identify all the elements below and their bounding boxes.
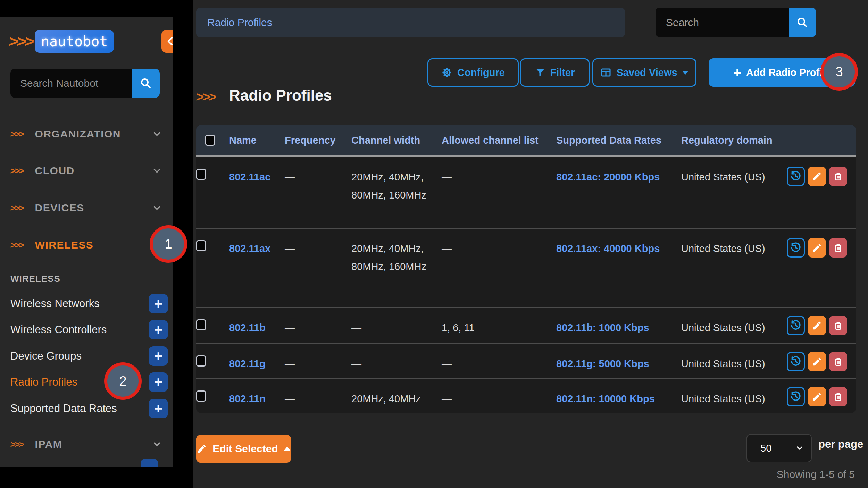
cell-regulatory-domain: United States (US) [681, 355, 765, 373]
sidebar-search-input[interactable] [10, 69, 132, 98]
section-chevrons-icon: >>> [10, 240, 24, 251]
column-header-channel-width[interactable]: Channel width [351, 135, 420, 146]
edit-selected-button[interactable]: Edit Selected [196, 435, 291, 463]
nautobot-logo-text: nautobot [41, 33, 108, 49]
annotation-circle-2: 2 [104, 362, 142, 400]
changelog-button[interactable] [787, 352, 805, 371]
table-row: 802.11ax — 20MHz, 40MHz, 80MHz, 160MHz —… [196, 228, 856, 307]
add-radio-profile-label: Add Radio Profile [746, 67, 831, 78]
supported-data-rate-link[interactable]: 802.11ax: 40000 Kbps [556, 243, 660, 254]
section-label: IPAM [35, 438, 62, 450]
changelog-button[interactable] [787, 387, 805, 406]
cell-channel-width: 20MHz, 40MHz, 80MHz, 160MHz [351, 168, 440, 204]
saved-views-button[interactable]: Saved Views [592, 58, 696, 87]
row-checkbox[interactable] [196, 169, 206, 180]
column-header-regulatory-domain[interactable]: Regulatory domain [681, 135, 773, 146]
clipped-add-button[interactable] [141, 459, 158, 467]
row-checkbox[interactable] [196, 319, 206, 330]
supported-data-rate-link[interactable]: 802.11b: 1000 Kbps [556, 322, 649, 333]
cell-frequency: — [285, 390, 295, 408]
section-label: WIRELESS [35, 239, 94, 251]
saved-views-label: Saved Views [616, 67, 677, 78]
sidebar-section-devices[interactable]: >>> DEVICES [10, 197, 162, 218]
history-icon [790, 170, 802, 182]
sidebar-item-wireless-networks[interactable]: Wireless Networks [10, 294, 142, 313]
trash-icon [833, 392, 843, 402]
section-chevrons-icon: >>> [10, 166, 24, 176]
radio-profile-link[interactable]: 802.11n [229, 393, 266, 404]
global-search-button[interactable] [789, 8, 816, 37]
cell-frequency: — [285, 319, 295, 337]
per-page-label: per page [818, 438, 863, 451]
changelog-button[interactable] [787, 316, 805, 335]
sidebar-item-supported-data-rates[interactable]: Supported Data Rates [10, 399, 142, 418]
caret-down-icon [682, 71, 688, 75]
page-title: Radio Profiles [229, 87, 332, 104]
supported-data-rate-link[interactable]: 802.11n: 10000 Kbps [556, 393, 655, 404]
cell-regulatory-domain: United States (US) [681, 390, 765, 408]
search-icon [796, 16, 809, 29]
edit-button[interactable] [808, 238, 826, 258]
history-icon [790, 242, 802, 254]
add-wireless-network-button[interactable]: + [149, 294, 168, 313]
row-checkbox[interactable] [196, 390, 206, 402]
cell-allowed-channel-list: — [442, 355, 452, 373]
radio-profile-link[interactable]: 802.11ax [229, 243, 270, 254]
radio-profile-link[interactable]: 802.11g [229, 358, 266, 369]
title-chevrons-icon: >>> [195, 90, 216, 104]
column-header-frequency[interactable]: Frequency [285, 135, 336, 146]
pencil-icon [812, 171, 822, 182]
table-header: Name Frequency Channel width Allowed cha… [196, 125, 856, 157]
chevron-left-icon [165, 35, 173, 47]
add-device-group-button[interactable]: + [149, 346, 168, 366]
sidebar-section-ipam[interactable]: >>> IPAM [10, 434, 162, 455]
edit-button[interactable] [808, 167, 826, 186]
global-search-input[interactable] [656, 8, 789, 37]
row-checkbox[interactable] [196, 355, 206, 367]
per-page-select[interactable]: 50 [746, 434, 812, 462]
cell-regulatory-domain: United States (US) [681, 168, 765, 186]
sidebar-section-organization[interactable]: >>> ORGANIZATION [10, 124, 162, 144]
add-supported-data-rate-button[interactable]: + [149, 399, 168, 418]
delete-button[interactable] [829, 387, 847, 406]
supported-data-rate-link[interactable]: 802.11g: 5000 Kbps [556, 358, 649, 369]
breadcrumb: Radio Profiles [196, 8, 625, 37]
sidebar-collapse-button[interactable] [161, 30, 173, 53]
breadcrumb-radio-profiles-link[interactable]: Radio Profiles [207, 17, 272, 28]
sidebar-search-button[interactable] [132, 69, 160, 98]
changelog-button[interactable] [787, 238, 805, 258]
edit-button[interactable] [808, 387, 826, 406]
column-header-allowed-channel-list[interactable]: Allowed channel list [442, 135, 539, 146]
column-header-supported-data-rates[interactable]: Supported Data Rates [556, 135, 661, 146]
nautobot-logo[interactable]: nautobot [35, 30, 114, 53]
annotation-circle-1: 1 [150, 225, 187, 263]
delete-button[interactable] [829, 238, 847, 258]
add-wireless-controller-button[interactable]: + [149, 320, 168, 339]
changelog-button[interactable] [787, 167, 805, 186]
annotation-circle-3: 3 [820, 53, 858, 91]
delete-button[interactable] [829, 352, 847, 371]
edit-button[interactable] [808, 316, 826, 335]
select-all-checkbox[interactable] [205, 135, 215, 146]
configure-button[interactable]: Configure [427, 58, 519, 87]
table-view-icon [600, 67, 611, 78]
delete-button[interactable] [829, 167, 847, 186]
radio-profile-link[interactable]: 802.11ac [229, 171, 270, 183]
sidebar-section-cloud[interactable]: >>> CLOUD [10, 160, 162, 181]
table-row: 802.11g — — — 802.11g: 5000 Kbps United … [196, 343, 856, 378]
table-row: 802.11n — 20MHz, 40MHz — 802.11n: 10000 … [196, 378, 856, 413]
filter-button[interactable]: Filter [520, 58, 590, 87]
sidebar-section-wireless[interactable]: >>> WIRELESS [10, 235, 162, 255]
supported-data-rate-link[interactable]: 802.11ac: 20000 Kbps [556, 171, 660, 183]
funnel-icon [535, 67, 545, 78]
sidebar-item-wireless-controllers[interactable]: Wireless Controllers [10, 320, 142, 339]
column-header-name[interactable]: Name [229, 135, 257, 146]
section-label: CLOUD [35, 165, 75, 177]
cell-allowed-channel-list: 1, 6, 11 [442, 319, 475, 337]
row-checkbox[interactable] [196, 240, 206, 251]
chevron-down-icon [152, 439, 162, 449]
delete-button[interactable] [829, 316, 847, 335]
add-radio-profile-sidebar-button[interactable]: + [149, 372, 168, 392]
radio-profile-link[interactable]: 802.11b [229, 322, 266, 333]
edit-button[interactable] [808, 352, 826, 371]
